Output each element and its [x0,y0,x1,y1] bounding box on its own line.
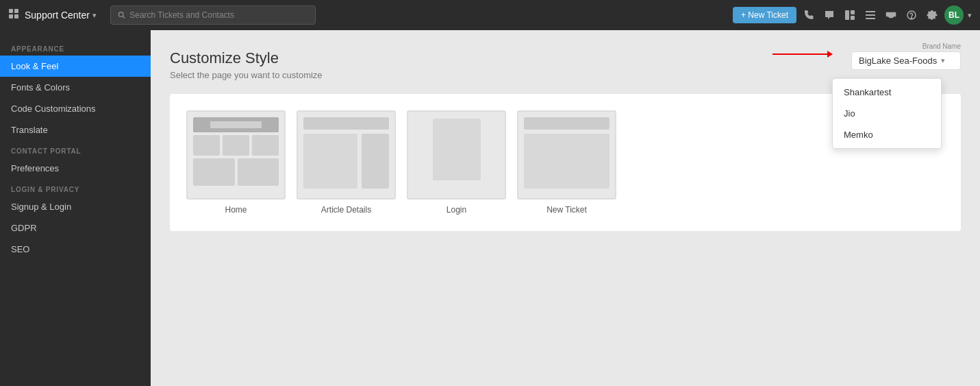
thumbnail-card-home[interactable] [186,110,286,200]
app-title-text: Support Center [25,10,90,21]
thumb-home-header-inner [210,121,262,128]
thumbnail-home[interactable]: Home [186,110,286,215]
arrow-annotation [772,51,833,58]
svg-rect-3 [14,14,18,19]
dropdown-item-shankartest[interactable]: Shankartest [833,82,941,103]
thumbnail-label-login: Login [447,205,466,215]
arrow-head [827,51,833,58]
nav-right: + New Ticket BL ▾ [733,5,972,25]
phone-icon-button[interactable] [801,7,817,23]
brand-select-button[interactable]: BigLake Sea-Foods ▾ [851,51,961,70]
sidebar-item-signup-login[interactable]: Signup & Login [0,196,151,217]
dropdown-item-memko[interactable]: Memko [833,124,941,145]
new-ticket-button[interactable]: + New Ticket [733,7,796,23]
svg-rect-10 [866,14,875,16]
svg-point-13 [911,18,912,19]
thumbnail-label-new-ticket: New Ticket [546,205,587,215]
svg-rect-9 [866,11,875,12]
thumbnail-card-login[interactable] [407,110,506,200]
brand-dropdown-menu: Shankartest Jio Memko [832,78,942,149]
nav-left: Support Center ▾ [8,8,97,22]
sidebar-section-label-appearance: APPEARANCE [0,38,151,56]
page-title: Customize Style [170,49,961,67]
thumb-ticket-body [524,134,610,189]
svg-line-5 [123,16,125,19]
thumb-ticket-header [524,117,610,130]
svg-point-4 [118,12,123,17]
thumbnail-label-article: Article Details [321,205,371,215]
main-content: Customize Style Select the page you want… [151,30,980,250]
thumb-home-header [193,117,279,132]
sidebar-item-look-feel[interactable]: Look & Feel [0,56,151,77]
thumb-login-box [433,119,481,180]
svg-rect-8 [851,16,855,20]
arrow-line [772,53,827,55]
thumb-login-center [414,119,499,180]
sidebar: APPEARANCE Look & Feel Fonts & Colors Co… [0,30,151,386]
help-icon-button[interactable] [903,7,920,23]
brand-dropdown-container: Brand Name BigLake Sea-Foods ▾ Shankarte… [851,43,961,70]
search-input[interactable] [129,10,308,20]
dropdown-item-jio[interactable]: Jio [833,103,941,124]
sidebar-item-seo[interactable]: SEO [0,239,151,260]
top-navigation: Support Center ▾ + New Ticket [0,0,980,30]
sidebar-item-code-customizations[interactable]: Code Customizations [0,98,151,119]
main-layout: APPEARANCE Look & Feel Fonts & Colors Co… [0,30,980,386]
sidebar-section-login-privacy: LOGIN & PRIVACY Signup & Login GDPR SEO [0,179,151,260]
brand-chevron-icon: ▾ [941,56,945,65]
sidebar-item-gdpr[interactable]: GDPR [0,217,151,239]
svg-rect-7 [851,10,855,14]
thumb-row-box-1 [193,158,235,186]
chat-icon-button[interactable] [821,7,838,23]
search-bar[interactable] [110,5,316,25]
brand-selected-value: BigLake Sea-Foods [859,56,937,66]
search-icon [118,11,125,19]
sidebar-section-contact-portal: CONTACT PORTAL Preferences [0,141,151,179]
thumb-box-2 [223,135,249,156]
layout-icon-button[interactable] [842,7,858,23]
thumb-article-body [303,134,389,189]
thumb-box-1 [193,135,220,156]
app-title[interactable]: Support Center ▾ [25,10,97,21]
thumb-article-header [303,117,389,130]
thumb-home-boxes [193,135,279,156]
thumbnail-card-article[interactable] [297,110,396,200]
thumb-article-main [303,134,357,189]
thumb-row-box-2 [238,158,279,186]
thumb-box-3 [252,135,279,156]
thumbnail-new-ticket[interactable]: New Ticket [517,110,616,215]
sidebar-item-fonts-colors[interactable]: Fonts & Colors [0,77,151,98]
grid-icon[interactable] [8,8,19,22]
thumb-home-row [193,158,279,186]
avatar-chevron-icon[interactable]: ▾ [968,11,972,20]
sidebar-section-label-login: LOGIN & PRIVACY [0,179,151,196]
sidebar-item-preferences[interactable]: Preferences [0,158,151,179]
svg-rect-1 [14,9,18,13]
thumbnail-article-details[interactable]: Article Details [297,110,396,215]
thumb-article-side [362,134,389,189]
settings-icon-button[interactable] [924,7,940,23]
list-icon-button[interactable] [862,7,879,23]
thumbnail-login[interactable]: Login [407,110,506,215]
main-content-area: Customize Style Select the page you want… [151,30,980,386]
sidebar-item-translate[interactable]: Translate [0,119,151,141]
svg-rect-6 [845,10,849,20]
svg-rect-11 [866,18,875,19]
svg-rect-2 [9,14,13,19]
brand-name-label: Brand Name [922,43,961,50]
sidebar-section-label-contact: CONTACT PORTAL [0,141,151,158]
title-chevron-icon: ▾ [92,11,97,20]
thumbnail-card-new-ticket[interactable] [517,110,616,200]
svg-rect-0 [9,9,13,13]
sidebar-section-appearance: APPEARANCE Look & Feel Fonts & Colors Co… [0,38,151,141]
inbox-icon-button[interactable] [883,7,899,23]
avatar[interactable]: BL [944,5,964,25]
thumbnail-label-home: Home [225,205,247,215]
